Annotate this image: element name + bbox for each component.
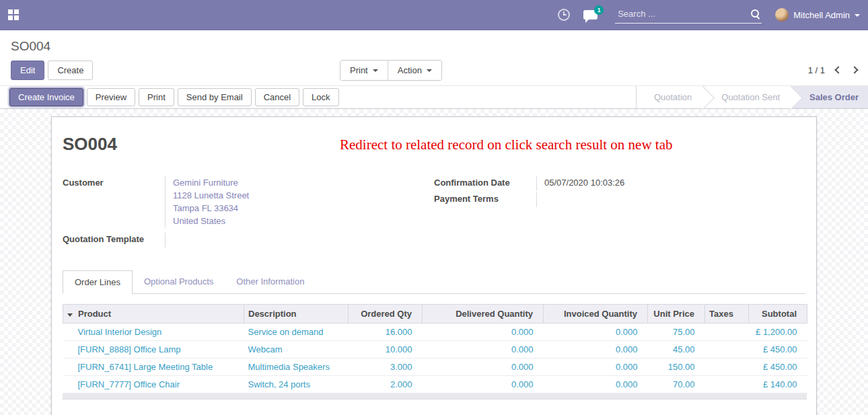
order-line-row[interactable]: [FURN_6741] Large Meeting Table Multimed… [63,358,807,376]
quotation-template-label: Quotation Template [63,233,165,248]
activities-clock-icon[interactable] [558,9,570,21]
column-header-description[interactable]: Description [244,305,349,324]
apps-grid-icon[interactable] [8,9,20,21]
statusbar: Create Invoice Preview Print Send by Ema… [0,85,868,109]
tab-order-lines[interactable]: Order Lines [63,270,133,294]
order-line-row[interactable]: [FURN_8888] Office Lamp Webcam 10.000 0.… [63,341,807,358]
search-input[interactable] [616,8,750,20]
customer-name[interactable]: Gemini Furniture [173,176,434,189]
cell-invoiced-quantity: 0.000 [544,341,648,358]
user-name: Mitchell Admin [793,10,850,20]
column-header-ordered-qty[interactable]: Ordered Qty [349,305,423,324]
edit-button[interactable]: Edit [11,61,44,80]
cell-subtotal: £ 1,200.00 [749,324,807,341]
order-line-row[interactable]: Virtual Interior Design Service on deman… [63,324,807,341]
preview-button[interactable]: Preview [87,88,135,106]
tab-other-information[interactable]: Other Information [225,270,316,294]
cell-taxes [705,358,749,376]
send-by-email-button[interactable]: Send by Email [178,88,252,106]
cell-unit-price: 75.00 [648,324,705,341]
column-header-invoiced-quantity[interactable]: Invoiced Quantity [544,305,648,324]
form-view-background: SO004 Redirect to related record on clic… [0,109,868,415]
caret-down-icon [427,69,432,72]
control-panel: Edit Create Print Action 1 / 1 [0,54,868,85]
confirmation-date-label: Confirmation Date [434,176,536,191]
column-header-delivered-quantity[interactable]: Delivered Quantity [423,305,544,324]
column-header-taxes[interactable]: Taxes [705,305,749,324]
pager-previous-button[interactable] [834,66,842,73]
cell-subtotal: £ 450.00 [749,341,807,358]
cell-delivered-quantity: 0.000 [423,341,544,358]
order-lines-table: Product Description Ordered Qty Delivere… [63,304,807,393]
column-header-unit-price[interactable]: Unit Price [648,305,705,324]
create-invoice-button[interactable]: Create Invoice [9,88,83,106]
notebook-tabs: Order Lines Optional Products Other Info… [63,270,805,294]
cell-description: Multimedia Speakers [244,358,349,376]
cell-taxes [705,341,749,358]
cell-invoiced-quantity: 0.000 [544,324,648,341]
payment-terms-label: Payment Terms [434,192,536,207]
cell-taxes [705,324,749,341]
payment-terms-value [536,192,805,207]
cell-invoiced-quantity: 0.000 [544,358,648,376]
column-header-subtotal[interactable]: Subtotal [749,305,807,324]
messages-icon[interactable]: 1 [583,10,598,20]
status-pill-quotation[interactable]: Quotation [637,86,704,108]
print-menu-button[interactable]: Print [340,61,388,80]
status-pill-quotation-sent[interactable]: Quotation Sent [704,86,792,108]
pager-next-button[interactable] [851,66,858,73]
cell-subtotal: £ 450.00 [749,358,807,376]
breadcrumb-item: SO004 [11,39,50,53]
cell-description: Switch, 24 ports [244,376,349,393]
customer-country: United States [173,215,434,227]
cell-subtotal: £ 140.00 [749,376,807,393]
action-menu-button[interactable]: Action [388,61,441,80]
confirmation-date-value: 05/07/2020 10:03:26 [536,176,805,191]
message-count-badge: 1 [594,5,604,15]
cell-ordered-qty: 16.000 [349,324,423,341]
order-lines-header-row: Product Description Ordered Qty Delivere… [63,305,807,324]
breadcrumb: SO004 [0,30,868,54]
caret-down-icon [373,69,378,72]
column-toggle-caret-icon[interactable] [67,313,73,317]
pager-value: 1 / 1 [808,65,825,75]
cell-taxes [705,376,749,393]
cell-unit-price: 70.00 [648,376,705,393]
status-pipeline: Quotation Quotation Sent Sales Order [636,86,868,108]
cell-description: Service on demand [244,324,349,341]
cell-description: Webcam [244,341,349,358]
quotation-template-value [165,233,434,248]
cell-delivered-quantity: 0.000 [423,324,544,341]
cell-invoiced-quantity: 0.000 [544,376,648,393]
tab-optional-products[interactable]: Optional Products [133,270,225,294]
customer-value[interactable]: Gemini Furniture 1128 Lunetta Street Tam… [165,176,434,227]
order-line-row[interactable]: [FURN_7777] Office Chair Switch, 24 port… [63,376,807,393]
caret-down-icon [855,14,860,17]
table-footer-strip [63,393,807,400]
column-header-label: Product [78,309,111,319]
cell-product: [FURN_6741] Large Meeting Table [63,358,244,376]
cell-ordered-qty: 3.000 [349,358,423,376]
cell-ordered-qty: 10.000 [349,341,423,358]
create-button[interactable]: Create [48,61,93,80]
global-search [615,7,762,24]
avatar [775,8,789,22]
cancel-button[interactable]: Cancel [255,88,299,106]
column-header-product[interactable]: Product [63,305,244,324]
record-title: SO004 [63,134,117,155]
user-menu[interactable]: Mitchell Admin [775,8,861,22]
cell-product: Virtual Interior Design [63,324,244,341]
customer-label: Customer [63,176,165,227]
cell-delivered-quantity: 0.000 [423,358,544,376]
cell-product: [FURN_7777] Office Chair [63,376,244,393]
form-sheet: SO004 Redirect to related record on clic… [51,116,817,415]
lock-button[interactable]: Lock [303,88,338,106]
cell-ordered-qty: 2.000 [349,376,423,393]
customer-street: 1128 Lunetta Street [173,189,434,202]
top-navbar: 1 Mitchell Admin [0,0,868,30]
status-pill-sales-order[interactable]: Sales Order [792,86,868,108]
print-button[interactable]: Print [139,88,174,106]
cell-product: [FURN_8888] Office Lamp [63,341,244,358]
cell-unit-price: 150.00 [648,358,705,376]
search-icon[interactable] [750,9,760,19]
